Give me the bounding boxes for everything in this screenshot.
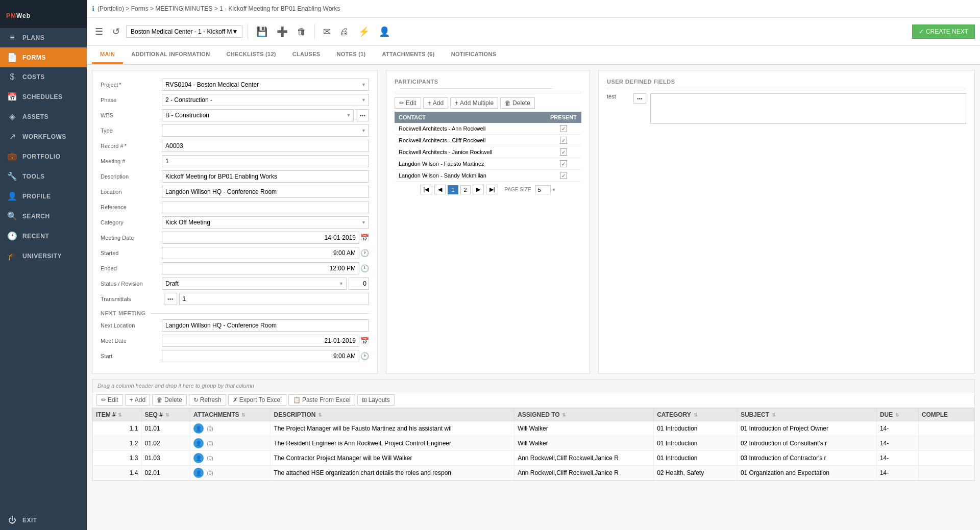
page-size-input[interactable] [535,185,551,194]
grid-edit-button[interactable]: ✏ Edit [96,394,123,406]
participant-present-2[interactable]: ✓ [546,135,581,146]
udf-dots-button[interactable]: ••• [633,93,646,104]
tab-notes[interactable]: NOTES (1) [328,46,374,64]
participant-present-4[interactable]: ✓ [546,158,581,170]
export-icon: ✗ [233,396,238,403]
col-subject-header[interactable]: SUBJECT ⇅ [737,409,876,421]
cell-category-1: 01 Introduction [654,421,738,436]
tab-clauses[interactable]: CLAUSES [284,46,329,64]
col-attach-header[interactable]: ATTACHMENTS ⇅ [190,409,271,421]
col-seq-header[interactable]: SEQ # ⇅ [141,409,190,421]
sidebar-item-exit[interactable]: ⏻ EXIT [0,511,87,530]
revision-input[interactable] [349,277,369,290]
attach-count-4: (0) [207,470,213,476]
transmittals-dots-button[interactable]: ••• [164,293,177,305]
undo-button[interactable]: ↺ [109,24,123,39]
sidebar-item-search[interactable]: 🔍 SEARCH [0,206,87,226]
project-select[interactable]: RVS0104 - Boston Medical Center [162,79,369,91]
page-prev-button[interactable]: ◀ [434,185,446,194]
phase-select[interactable]: 2 - Construction - [162,94,369,106]
ended-time-input[interactable] [162,262,359,274]
user-button[interactable]: 👤 [376,24,393,39]
participants-add-button[interactable]: + Add [423,97,448,109]
tab-attachments[interactable]: ATTACHMENTS (6) [374,46,443,64]
sidebar-item-recent[interactable]: 🕐 RECENT [0,226,87,246]
create-next-button[interactable]: ✓ CREATE NEXT [912,24,975,39]
grid-delete-button[interactable]: 🗑 Delete [152,394,187,406]
cell-complete-2 [918,436,974,451]
grid-layouts-button[interactable]: ⊞ Layouts [357,394,395,406]
type-select[interactable] [162,124,369,137]
sidebar-item-forms[interactable]: 📄 FORMS [0,47,87,67]
email-button[interactable]: ✉ [320,24,334,39]
meeting-date-calendar-icon[interactable]: 📅 [360,234,369,242]
location-input[interactable] [162,186,369,198]
record-selector[interactable]: Boston Medical Center - 1 - Kickoff M ▼ [126,26,242,38]
meeting-date-field-row: Meeting Date 📅 [101,232,369,244]
col-due-header[interactable]: DUE ⇅ [876,409,918,421]
wbs-dots-button[interactable]: ••• [356,109,369,121]
page-last-button[interactable]: ▶| [486,185,499,194]
start-time-input[interactable] [162,350,359,362]
sidebar-item-workflows[interactable]: ↗ WORKFLOWS [0,127,87,146]
sidebar-item-profile[interactable]: 👤 PROFILE [0,186,87,206]
meeting-input[interactable] [162,155,369,167]
ended-clock-icon[interactable]: 🕛 [360,264,369,272]
description-input[interactable] [162,170,369,183]
grid-add-button[interactable]: + Add [125,394,150,406]
page-2-button[interactable]: 2 [460,185,471,194]
save-button[interactable]: 💾 [253,24,271,39]
wbs-label: WBS [101,112,162,118]
record-input[interactable] [162,140,369,152]
wbs-select[interactable]: B - Construction [162,109,354,121]
grid-refresh-button[interactable]: ↻ Refresh [189,394,226,406]
sidebar-item-costs[interactable]: $ COSTS [0,67,87,87]
tab-additional[interactable]: ADDITIONAL INFORMATION [123,46,218,64]
start-clock-icon[interactable]: 🕐 [360,352,369,360]
tab-main[interactable]: MAIN [92,46,123,64]
print-button[interactable]: 🖨 [337,24,352,39]
cell-subject-3: 03 Introduction of Contractor's r [737,451,876,466]
participants-edit-button[interactable]: ✏ Edit [395,97,421,109]
page-next-button[interactable]: ▶ [473,185,484,194]
category-select[interactable]: Kick Off Meeting [162,216,369,229]
participant-present-5[interactable]: ✓ [546,170,581,182]
menu-button[interactable]: ☰ [92,24,106,39]
started-time-input[interactable] [162,247,359,259]
participant-present-1[interactable]: ✓ [546,123,581,135]
lightning-button[interactable]: ⚡ [355,24,373,39]
meet-date-input[interactable] [162,335,359,347]
col-description-header[interactable]: DESCRIPTION ⇅ [271,409,514,421]
started-clock-icon[interactable]: 🕐 [360,249,369,257]
udf-field-textarea[interactable] [650,93,966,124]
participant-present-3[interactable]: ✓ [546,146,581,158]
col-item-header[interactable]: ITEM # ⇅ [93,409,142,421]
col-category-header[interactable]: CATEGORY ⇅ [654,409,738,421]
sidebar-item-university[interactable]: 🎓 UNIVERSITY [0,246,87,266]
next-location-input[interactable] [162,319,369,332]
grid-paste-button[interactable]: 📋 Paste From Excel [288,394,355,406]
sidebar-item-tools[interactable]: 🔧 TOOLS [0,166,87,186]
delete-button[interactable]: 🗑 [294,24,309,39]
tab-notifications[interactable]: NOTIFICATIONS [443,46,505,64]
sidebar-item-assets[interactable]: ◈ ASSETS [0,107,87,127]
transmittals-input[interactable] [179,293,369,305]
participants-add-multiple-button[interactable]: + Add Multiple [450,97,498,109]
add-button[interactable]: ➕ [274,24,291,39]
grid-export-button[interactable]: ✗ Export To Excel [228,394,286,406]
reference-input[interactable] [162,201,369,213]
sidebar-item-plans[interactable]: ≡ PLANS [0,28,87,47]
cell-desc-1: The Project Manager will be Fausto Marti… [271,421,514,436]
status-select[interactable]: Draft Final [162,277,347,290]
tab-checklists[interactable]: CHECKLISTS (12) [218,46,284,64]
page-first-button[interactable]: |◀ [420,185,433,194]
sidebar-item-portfolio[interactable]: 💼 PORTFOLIO [0,146,87,166]
sidebar-item-schedules[interactable]: 📅 SCHEDULES [0,87,87,107]
meeting-date-input[interactable] [162,232,359,244]
meet-date-wrapper: 📅 [162,335,369,347]
col-complete-header[interactable]: COMPLE [918,409,974,421]
col-assigned-header[interactable]: ASSIGNED TO ⇅ [514,409,654,421]
participants-delete-button[interactable]: 🗑 Delete [500,97,535,109]
meet-date-calendar-icon[interactable]: 📅 [360,337,369,345]
page-1-button[interactable]: 1 [448,185,458,194]
